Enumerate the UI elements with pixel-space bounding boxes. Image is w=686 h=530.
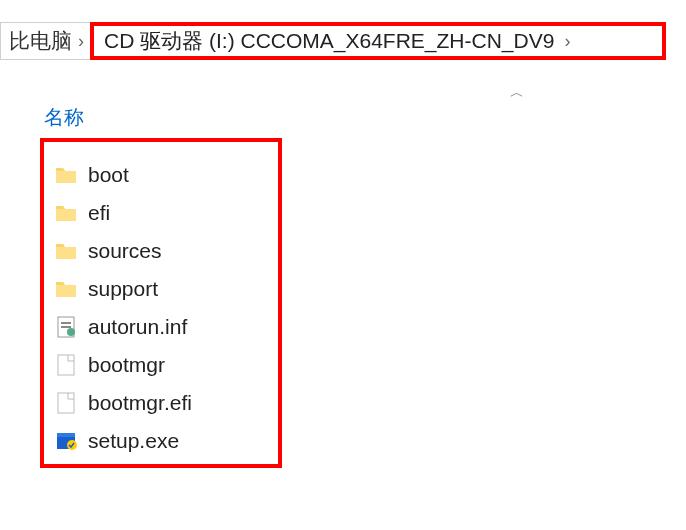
file-icon xyxy=(54,353,78,377)
list-item[interactable]: support xyxy=(54,270,268,308)
file-list: boot efi sources support autorun.inf boo… xyxy=(40,138,282,468)
list-item[interactable]: bootmgr xyxy=(54,346,268,384)
file-name: sources xyxy=(88,239,162,263)
file-name: boot xyxy=(88,163,129,187)
svg-rect-7 xyxy=(57,433,75,437)
inf-file-icon xyxy=(54,315,78,339)
file-icon xyxy=(54,391,78,415)
chevron-right-icon: › xyxy=(558,31,576,52)
file-name: autorun.inf xyxy=(88,315,187,339)
breadcrumb-root-label: 比电脑 xyxy=(9,27,72,55)
svg-rect-1 xyxy=(61,322,71,324)
list-item[interactable]: setup.exe xyxy=(54,422,268,460)
list-item[interactable]: sources xyxy=(54,232,268,270)
folder-icon xyxy=(54,163,78,187)
list-item[interactable]: bootmgr.efi xyxy=(54,384,268,422)
list-item[interactable]: boot xyxy=(54,156,268,194)
file-name: setup.exe xyxy=(88,429,179,453)
sort-ascending-icon[interactable]: ︿ xyxy=(510,84,524,102)
chevron-right-icon: › xyxy=(72,31,90,52)
folder-icon xyxy=(54,277,78,301)
svg-rect-4 xyxy=(58,355,74,375)
folder-icon xyxy=(54,239,78,263)
file-name: bootmgr xyxy=(88,353,165,377)
file-name: bootmgr.efi xyxy=(88,391,192,415)
svg-rect-5 xyxy=(58,393,74,413)
breadcrumb-current-label: CD 驱动器 (I:) CCCOMA_X64FRE_ZH-CN_DV9 xyxy=(104,27,554,55)
svg-point-3 xyxy=(67,328,75,336)
column-header-name[interactable]: 名称 xyxy=(44,104,84,131)
folder-icon xyxy=(54,201,78,225)
file-name: efi xyxy=(88,201,110,225)
svg-rect-2 xyxy=(61,326,71,328)
breadcrumb-root[interactable]: 比电脑 › xyxy=(0,22,98,60)
list-item[interactable]: efi xyxy=(54,194,268,232)
breadcrumb-current-path[interactable]: CD 驱动器 (I:) CCCOMA_X64FRE_ZH-CN_DV9 › xyxy=(90,22,666,60)
setup-exe-icon xyxy=(54,429,78,453)
list-item[interactable]: autorun.inf xyxy=(54,308,268,346)
file-name: support xyxy=(88,277,158,301)
